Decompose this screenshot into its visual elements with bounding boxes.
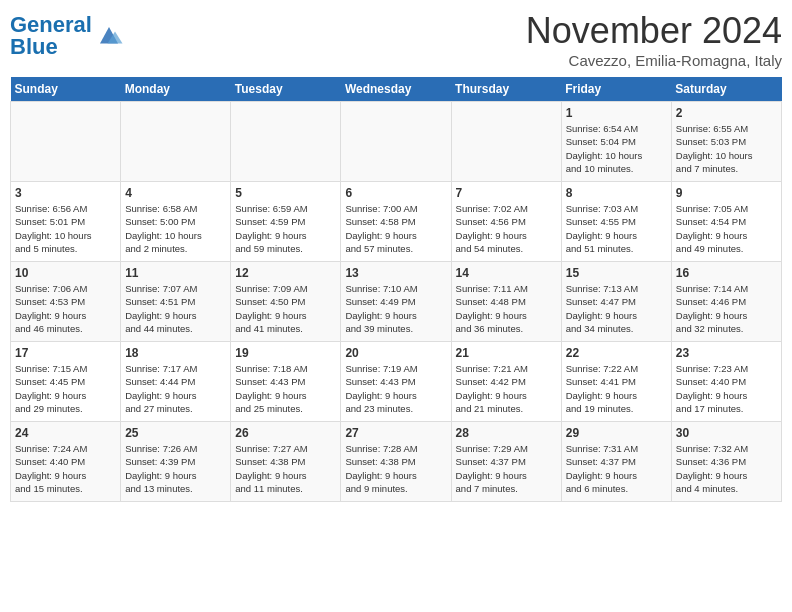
calendar-cell: 7Sunrise: 7:02 AM Sunset: 4:56 PM Daylig… — [451, 182, 561, 262]
calendar-cell: 22Sunrise: 7:22 AM Sunset: 4:41 PM Dayli… — [561, 342, 671, 422]
day-number: 14 — [456, 266, 557, 280]
day-number: 21 — [456, 346, 557, 360]
calendar-cell: 3Sunrise: 6:56 AM Sunset: 5:01 PM Daylig… — [11, 182, 121, 262]
calendar-cell: 12Sunrise: 7:09 AM Sunset: 4:50 PM Dayli… — [231, 262, 341, 342]
day-info: Sunrise: 7:11 AM Sunset: 4:48 PM Dayligh… — [456, 282, 557, 335]
day-number: 12 — [235, 266, 336, 280]
calendar-table: SundayMondayTuesdayWednesdayThursdayFrid… — [10, 77, 782, 502]
day-number: 29 — [566, 426, 667, 440]
day-number: 17 — [15, 346, 116, 360]
day-number: 5 — [235, 186, 336, 200]
day-info: Sunrise: 7:23 AM Sunset: 4:40 PM Dayligh… — [676, 362, 777, 415]
calendar-week-row: 24Sunrise: 7:24 AM Sunset: 4:40 PM Dayli… — [11, 422, 782, 502]
day-number: 15 — [566, 266, 667, 280]
calendar-cell: 4Sunrise: 6:58 AM Sunset: 5:00 PM Daylig… — [121, 182, 231, 262]
calendar-cell: 11Sunrise: 7:07 AM Sunset: 4:51 PM Dayli… — [121, 262, 231, 342]
day-info: Sunrise: 7:18 AM Sunset: 4:43 PM Dayligh… — [235, 362, 336, 415]
calendar-cell: 30Sunrise: 7:32 AM Sunset: 4:36 PM Dayli… — [671, 422, 781, 502]
day-info: Sunrise: 7:21 AM Sunset: 4:42 PM Dayligh… — [456, 362, 557, 415]
logo-icon — [94, 21, 124, 51]
day-info: Sunrise: 7:27 AM Sunset: 4:38 PM Dayligh… — [235, 442, 336, 495]
day-number: 19 — [235, 346, 336, 360]
day-header-thursday: Thursday — [451, 77, 561, 102]
day-info: Sunrise: 7:19 AM Sunset: 4:43 PM Dayligh… — [345, 362, 446, 415]
logo-text: GeneralBlue — [10, 14, 92, 58]
day-info: Sunrise: 6:59 AM Sunset: 4:59 PM Dayligh… — [235, 202, 336, 255]
day-number: 22 — [566, 346, 667, 360]
day-number: 13 — [345, 266, 446, 280]
day-info: Sunrise: 7:26 AM Sunset: 4:39 PM Dayligh… — [125, 442, 226, 495]
day-info: Sunrise: 7:05 AM Sunset: 4:54 PM Dayligh… — [676, 202, 777, 255]
calendar-cell — [11, 102, 121, 182]
day-number: 24 — [15, 426, 116, 440]
day-number: 10 — [15, 266, 116, 280]
day-header-tuesday: Tuesday — [231, 77, 341, 102]
calendar-cell: 1Sunrise: 6:54 AM Sunset: 5:04 PM Daylig… — [561, 102, 671, 182]
month-title: November 2024 — [526, 10, 782, 52]
day-info: Sunrise: 7:10 AM Sunset: 4:49 PM Dayligh… — [345, 282, 446, 335]
day-number: 8 — [566, 186, 667, 200]
day-info: Sunrise: 7:03 AM Sunset: 4:55 PM Dayligh… — [566, 202, 667, 255]
calendar-cell: 29Sunrise: 7:31 AM Sunset: 4:37 PM Dayli… — [561, 422, 671, 502]
calendar-cell: 24Sunrise: 7:24 AM Sunset: 4:40 PM Dayli… — [11, 422, 121, 502]
day-header-monday: Monday — [121, 77, 231, 102]
day-info: Sunrise: 6:55 AM Sunset: 5:03 PM Dayligh… — [676, 122, 777, 175]
day-info: Sunrise: 6:54 AM Sunset: 5:04 PM Dayligh… — [566, 122, 667, 175]
day-info: Sunrise: 7:06 AM Sunset: 4:53 PM Dayligh… — [15, 282, 116, 335]
calendar-header-row: SundayMondayTuesdayWednesdayThursdayFrid… — [11, 77, 782, 102]
calendar-cell: 23Sunrise: 7:23 AM Sunset: 4:40 PM Dayli… — [671, 342, 781, 422]
calendar-cell: 15Sunrise: 7:13 AM Sunset: 4:47 PM Dayli… — [561, 262, 671, 342]
day-number: 18 — [125, 346, 226, 360]
day-number: 30 — [676, 426, 777, 440]
calendar-cell: 25Sunrise: 7:26 AM Sunset: 4:39 PM Dayli… — [121, 422, 231, 502]
day-number: 26 — [235, 426, 336, 440]
calendar-cell: 9Sunrise: 7:05 AM Sunset: 4:54 PM Daylig… — [671, 182, 781, 262]
day-info: Sunrise: 7:24 AM Sunset: 4:40 PM Dayligh… — [15, 442, 116, 495]
calendar-cell: 26Sunrise: 7:27 AM Sunset: 4:38 PM Dayli… — [231, 422, 341, 502]
calendar-cell: 17Sunrise: 7:15 AM Sunset: 4:45 PM Dayli… — [11, 342, 121, 422]
calendar-cell — [341, 102, 451, 182]
day-number: 25 — [125, 426, 226, 440]
calendar-cell — [451, 102, 561, 182]
day-info: Sunrise: 7:31 AM Sunset: 4:37 PM Dayligh… — [566, 442, 667, 495]
calendar-week-row: 10Sunrise: 7:06 AM Sunset: 4:53 PM Dayli… — [11, 262, 782, 342]
day-number: 6 — [345, 186, 446, 200]
day-number: 28 — [456, 426, 557, 440]
day-info: Sunrise: 7:09 AM Sunset: 4:50 PM Dayligh… — [235, 282, 336, 335]
header: GeneralBlue November 2024 Cavezzo, Emili… — [10, 10, 782, 69]
calendar-cell: 19Sunrise: 7:18 AM Sunset: 4:43 PM Dayli… — [231, 342, 341, 422]
day-header-sunday: Sunday — [11, 77, 121, 102]
calendar-cell: 10Sunrise: 7:06 AM Sunset: 4:53 PM Dayli… — [11, 262, 121, 342]
calendar-cell: 28Sunrise: 7:29 AM Sunset: 4:37 PM Dayli… — [451, 422, 561, 502]
day-info: Sunrise: 7:02 AM Sunset: 4:56 PM Dayligh… — [456, 202, 557, 255]
location-title: Cavezzo, Emilia-Romagna, Italy — [526, 52, 782, 69]
day-number: 9 — [676, 186, 777, 200]
day-number: 27 — [345, 426, 446, 440]
day-number: 23 — [676, 346, 777, 360]
calendar-cell — [121, 102, 231, 182]
day-info: Sunrise: 7:29 AM Sunset: 4:37 PM Dayligh… — [456, 442, 557, 495]
day-number: 1 — [566, 106, 667, 120]
calendar-cell: 6Sunrise: 7:00 AM Sunset: 4:58 PM Daylig… — [341, 182, 451, 262]
calendar-cell: 16Sunrise: 7:14 AM Sunset: 4:46 PM Dayli… — [671, 262, 781, 342]
calendar-cell: 18Sunrise: 7:17 AM Sunset: 4:44 PM Dayli… — [121, 342, 231, 422]
day-info: Sunrise: 6:56 AM Sunset: 5:01 PM Dayligh… — [15, 202, 116, 255]
day-number: 3 — [15, 186, 116, 200]
calendar-cell: 8Sunrise: 7:03 AM Sunset: 4:55 PM Daylig… — [561, 182, 671, 262]
calendar-cell: 2Sunrise: 6:55 AM Sunset: 5:03 PM Daylig… — [671, 102, 781, 182]
day-number: 20 — [345, 346, 446, 360]
day-number: 7 — [456, 186, 557, 200]
day-info: Sunrise: 7:14 AM Sunset: 4:46 PM Dayligh… — [676, 282, 777, 335]
day-number: 4 — [125, 186, 226, 200]
day-header-wednesday: Wednesday — [341, 77, 451, 102]
day-info: Sunrise: 7:17 AM Sunset: 4:44 PM Dayligh… — [125, 362, 226, 415]
calendar-cell: 13Sunrise: 7:10 AM Sunset: 4:49 PM Dayli… — [341, 262, 451, 342]
day-info: Sunrise: 7:28 AM Sunset: 4:38 PM Dayligh… — [345, 442, 446, 495]
calendar-week-row: 17Sunrise: 7:15 AM Sunset: 4:45 PM Dayli… — [11, 342, 782, 422]
day-header-saturday: Saturday — [671, 77, 781, 102]
day-info: Sunrise: 7:15 AM Sunset: 4:45 PM Dayligh… — [15, 362, 116, 415]
calendar-week-row: 3Sunrise: 6:56 AM Sunset: 5:01 PM Daylig… — [11, 182, 782, 262]
calendar-week-row: 1Sunrise: 6:54 AM Sunset: 5:04 PM Daylig… — [11, 102, 782, 182]
day-info: Sunrise: 7:22 AM Sunset: 4:41 PM Dayligh… — [566, 362, 667, 415]
calendar-cell: 20Sunrise: 7:19 AM Sunset: 4:43 PM Dayli… — [341, 342, 451, 422]
